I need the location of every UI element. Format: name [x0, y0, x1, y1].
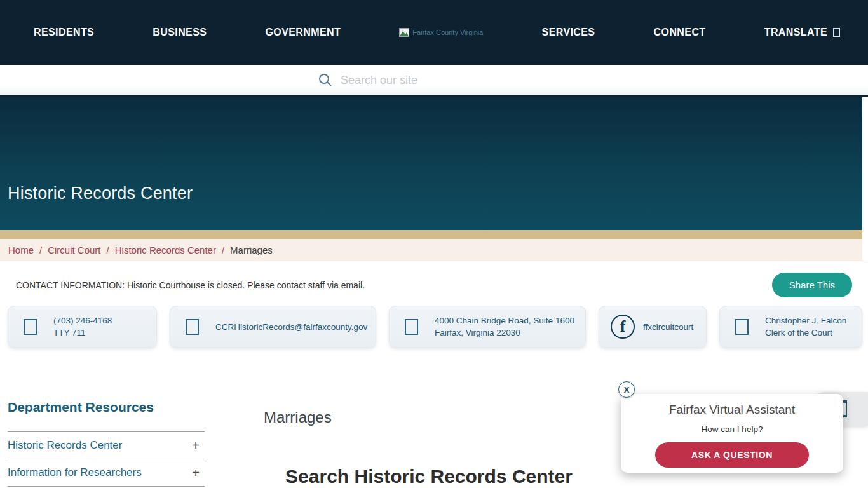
- person-icon: [735, 319, 749, 335]
- breadcrumb: Home / Circuit Court / Historic Records …: [0, 239, 868, 261]
- top-navigation: RESIDENTS BUSINESS GOVERNMENT Fairfax Co…: [0, 0, 868, 65]
- nav-item-services[interactable]: SERVICES: [542, 27, 595, 38]
- site-logo[interactable]: Fairfax County Virginia: [399, 28, 483, 37]
- clerk-title: Clerk of the Court: [765, 327, 846, 339]
- address-line1: 4000 Chain Bridge Road, Suite 1600: [435, 315, 574, 327]
- expand-plus-icon: +: [192, 466, 205, 480]
- tan-divider: [0, 230, 868, 239]
- close-icon[interactable]: X: [618, 381, 635, 398]
- tty-number: TTY 711: [53, 327, 112, 339]
- phone-icon: [24, 319, 37, 335]
- address-card[interactable]: 4000 Chain Bridge Road, Suite 1600 Fairf…: [389, 306, 586, 348]
- sidebar-item-historic-records-center[interactable]: Historic Records Center +: [8, 432, 205, 459]
- nav-item-residents[interactable]: RESIDENTS: [34, 27, 94, 38]
- clerk-card: Christopher J. Falcon Clerk of the Court: [719, 306, 862, 348]
- translate-glyph-icon: [833, 28, 840, 37]
- department-resources-sidebar: Department Resources Historic Records Ce…: [8, 400, 205, 487]
- email-address: CCRHistoricRecords@fairfaxcounty.gov: [215, 321, 367, 333]
- address-line2: Fairfax, Virginia 22030: [435, 327, 574, 339]
- breadcrumb-historic-records-center[interactable]: Historic Records Center: [115, 245, 216, 255]
- email-icon: [186, 319, 199, 335]
- breadcrumb-home[interactable]: Home: [8, 245, 34, 255]
- page-right-strip: [862, 97, 868, 261]
- broken-image-icon: [399, 28, 409, 37]
- clerk-name: Christopher J. Falcon: [765, 315, 846, 327]
- nav-item-government[interactable]: GOVERNMENT: [266, 27, 341, 38]
- virtual-assistant-title: Fairfax Virtual Assistant: [621, 403, 843, 417]
- sidebar-item-information-for-researchers[interactable]: Information for Researchers +: [8, 459, 205, 487]
- search-icon: [318, 72, 333, 88]
- virtual-assistant-popup: Fairfax Virtual Assistant How can I help…: [621, 394, 843, 473]
- breadcrumb-separator: /: [39, 245, 42, 255]
- search-section-heading: Search Historic Records Center: [264, 466, 594, 487]
- breadcrumb-current: Marriages: [230, 245, 273, 255]
- phone-card[interactable]: (703) 246-4168 TTY 711: [8, 306, 157, 348]
- breadcrumb-separator: /: [222, 245, 224, 255]
- expand-plus-icon: +: [192, 438, 205, 453]
- site-logo-alt-text: Fairfax County Virginia: [412, 29, 483, 36]
- nav-item-business[interactable]: BUSINESS: [153, 27, 207, 38]
- search-input[interactable]: [341, 74, 550, 87]
- facebook-card[interactable]: f ffxcircuitcourt: [599, 306, 707, 348]
- virtual-assistant-subtitle: How can I help?: [621, 424, 843, 434]
- breadcrumb-separator: /: [107, 245, 109, 255]
- contact-cards-row: (703) 246-4168 TTY 711 CCRHistoricRecord…: [0, 297, 868, 355]
- content-heading: Marriages: [264, 409, 594, 426]
- phone-number: (703) 246-4168: [53, 315, 112, 327]
- sidebar-list: Historic Records Center + Information fo…: [8, 431, 205, 487]
- main-content: Marriages Search Historic Records Center: [264, 400, 594, 487]
- breadcrumb-circuit-court[interactable]: Circuit Court: [48, 245, 100, 255]
- sidebar-item-label: Information for Researchers: [8, 466, 142, 479]
- page-title: Historic Records Center: [8, 184, 193, 203]
- sidebar-item-label: Historic Records Center: [8, 439, 122, 452]
- contact-info-section: CONTACT INFORMATION: Historic Courthouse…: [0, 261, 868, 297]
- site-search-bar: [0, 65, 868, 97]
- nav-item-translate[interactable]: TRANSLATE: [764, 27, 840, 38]
- ask-a-question-button[interactable]: ASK A QUESTION: [655, 442, 809, 468]
- sidebar-title: Department Resources: [8, 400, 205, 415]
- share-this-button[interactable]: Share This: [772, 273, 852, 297]
- email-card[interactable]: CCRHistoricRecords@fairfaxcounty.gov: [170, 306, 376, 348]
- nav-translate-label: TRANSLATE: [764, 27, 827, 38]
- hero-banner: Historic Records Center: [0, 97, 868, 230]
- nav-item-connect[interactable]: CONNECT: [654, 27, 706, 38]
- facebook-handle: ffxcircuitcourt: [643, 321, 693, 333]
- facebook-icon: f: [611, 315, 635, 339]
- location-icon: [405, 319, 418, 335]
- contact-info-text: CONTACT INFORMATION: Historic Courthouse…: [16, 273, 365, 290]
